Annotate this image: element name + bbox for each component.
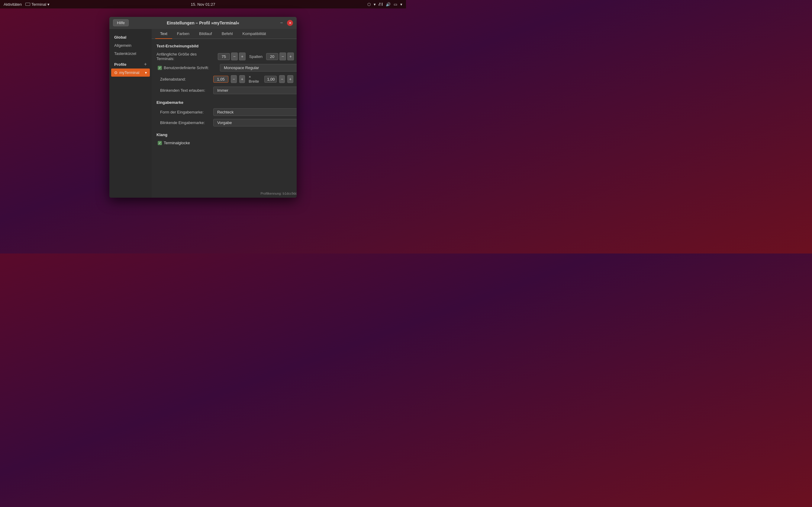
blinkenden-row: Blinkenden Text erlauben: Immer ▾	[156, 87, 297, 94]
topbar-left: Aktivitäten Terminal ▾	[4, 2, 50, 7]
hilfe-button[interactable]: Hilfe	[113, 19, 129, 26]
dialog-controls: − ✕	[278, 20, 293, 26]
minimize-button[interactable]: −	[278, 20, 285, 26]
terminalglocke-checkbox[interactable]	[158, 141, 162, 145]
spalten-label: Spalten	[249, 54, 262, 59]
grosse-row: Anfängliche Größe des Terminals: 75 − + …	[156, 52, 297, 61]
blinkende-dropdown[interactable]: Vorgabe ▾	[213, 119, 297, 126]
settings-dropdown-icon: ▾	[400, 2, 402, 7]
tab-kompatibilitat[interactable]: Kompatibilität	[238, 29, 271, 39]
global-section-header: Global	[109, 34, 152, 41]
font-name-label: Monospace Regular	[224, 65, 259, 70]
zellenabstand-hohe-minus[interactable]: −	[279, 75, 285, 83]
pin-icon: ⬡	[367, 2, 371, 7]
blinkende-value: Vorgabe	[217, 120, 232, 125]
zeilen-value[interactable]: 20	[266, 53, 278, 60]
sidebar-item-tastenkurzel[interactable]: Tastenkürzel	[109, 50, 152, 58]
zellenabstand-breite-input[interactable]	[213, 76, 229, 83]
zellenabstand-hohe-plus[interactable]: +	[287, 75, 293, 83]
close-icon: ✕	[289, 21, 292, 25]
window-area: Hilfe Einstellungen – Profil »myTerminal…	[0, 8, 406, 204]
volume-icon: 🔊	[386, 2, 391, 7]
benutzerdefinierte-checkbox[interactable]	[158, 66, 162, 70]
profile-id-footer: Profilkennung: b1dcc9dd-5262-4d8d-a863-c…	[152, 189, 297, 198]
topbar-datetime: 15. Nov 01:27	[191, 2, 215, 7]
blinkenden-dropdown[interactable]: Immer ▾	[213, 87, 297, 94]
benutzerdefinierte-row: Benutzerdefinierte Schrift: Monospace Re…	[156, 64, 297, 71]
sidebar: Global Allgemein Tastenkürzel Profile + …	[109, 29, 152, 198]
profiles-label: Profile	[114, 62, 126, 67]
profile-dropdown-icon: ▾	[145, 71, 147, 75]
network-icon: ⛙	[379, 2, 383, 7]
text-erscheinungsbild-header: Text-Erscheinungsbild	[156, 44, 297, 48]
zellenabstand-breite-minus[interactable]: −	[231, 75, 237, 83]
blinkende-row: Blinkende Eingabemarke: Vorgabe ▾	[156, 119, 297, 126]
add-profile-button[interactable]: +	[144, 62, 147, 67]
terminalglocke-row: Terminalglocke	[156, 140, 297, 145]
blinkende-label: Blinkende Eingabemarke:	[156, 120, 211, 125]
breite-label: × Breite	[249, 74, 261, 83]
blinkenden-label: Blinkenden Text erlauben:	[156, 88, 211, 93]
sidebar-profile-myTerminal[interactable]: ⊙ myTerminal ▾	[111, 68, 150, 77]
eingabemarke-header: Eingabemarke	[156, 100, 297, 105]
profile-id-label: Profilkennung: b1dcc9dd-5262-4d8d-a863-c…	[260, 192, 297, 195]
spalten-value[interactable]: 75	[218, 53, 230, 60]
zeilen-spinner: 20 − +	[266, 53, 294, 60]
tab-farben[interactable]: Farben	[172, 29, 194, 39]
form-dropdown[interactable]: Rechteck ▾	[213, 108, 297, 116]
zellenabstand-breite-plus[interactable]: +	[239, 75, 245, 83]
topbar: Aktivitäten Terminal ▾ 15. Nov 01:27 ⬡ ▾…	[0, 0, 406, 8]
zellenabstand-hohe-value[interactable]: 1,00	[264, 76, 276, 83]
tab-bildlauf[interactable]: Bildlauf	[194, 29, 217, 39]
terminal-app[interactable]: Terminal ▾	[26, 2, 50, 7]
terminal-dropdown-icon: ▾	[47, 2, 50, 7]
battery-icon: ▭	[394, 2, 397, 7]
zeilen-minus-btn[interactable]: −	[280, 53, 286, 60]
settings-dialog: Hilfe Einstellungen – Profil »myTerminal…	[109, 17, 297, 198]
dialog-title: Einstellungen – Profil »myTerminal«	[167, 20, 239, 25]
zeilen-plus-btn[interactable]: +	[287, 53, 294, 60]
spalten-plus-btn[interactable]: +	[239, 53, 246, 60]
zellenabstand-label: Zellenabstand:	[156, 77, 211, 81]
benutzerdefinierte-label: Benutzerdefinierte Schrift:	[164, 65, 218, 70]
dialog-titlebar: Hilfe Einstellungen – Profil »myTerminal…	[109, 17, 297, 29]
klang-header: Klang	[156, 132, 297, 137]
terminalglocke-label: Terminalglocke	[164, 140, 190, 145]
profile-name-label: myTerminal	[119, 70, 139, 75]
close-button[interactable]: ✕	[287, 20, 293, 26]
zellenabstand-row: Zellenabstand: − + × Breite 1,00 − + × H…	[156, 74, 297, 83]
content-area: Text Farben Bildlauf Befehl Kompatibilit…	[152, 29, 297, 198]
profile-item-left: ⊙ myTerminal	[114, 70, 139, 75]
spalten-minus-btn[interactable]: −	[231, 53, 238, 60]
form-row: Form der Eingabemarke: Rechteck ▾	[156, 108, 297, 116]
terminal-app-label: Terminal	[32, 2, 46, 7]
profiles-section-header: Profile +	[109, 61, 152, 68]
dialog-body: Global Allgemein Tastenkürzel Profile + …	[109, 29, 297, 198]
profile-check-icon: ⊙	[114, 70, 117, 75]
form-label: Form der Eingabemarke:	[156, 110, 211, 114]
dropdown-icon: ▾	[374, 2, 376, 7]
text-panel: Text-Erscheinungsbild Anfängliche Größe …	[152, 39, 297, 189]
tabs-bar: Text Farben Bildlauf Befehl Kompatibilit…	[152, 29, 297, 39]
sidebar-item-allgemein[interactable]: Allgemein	[109, 41, 152, 50]
tab-text[interactable]: Text	[155, 29, 172, 39]
form-value: Rechteck	[217, 110, 234, 114]
spalten-spinner: 75 − +	[218, 53, 246, 60]
tab-befehl[interactable]: Befehl	[217, 29, 238, 39]
blinkenden-value: Immer	[217, 88, 229, 93]
font-selector[interactable]: Monospace Regular 16	[220, 64, 297, 71]
activities-label[interactable]: Aktivitäten	[4, 2, 22, 7]
topbar-right: ⬡ ▾ ⛙ 🔊 ▭ ▾	[367, 2, 402, 7]
terminal-icon	[26, 3, 30, 6]
grosse-label: Anfängliche Größe des Terminals:	[156, 52, 215, 61]
